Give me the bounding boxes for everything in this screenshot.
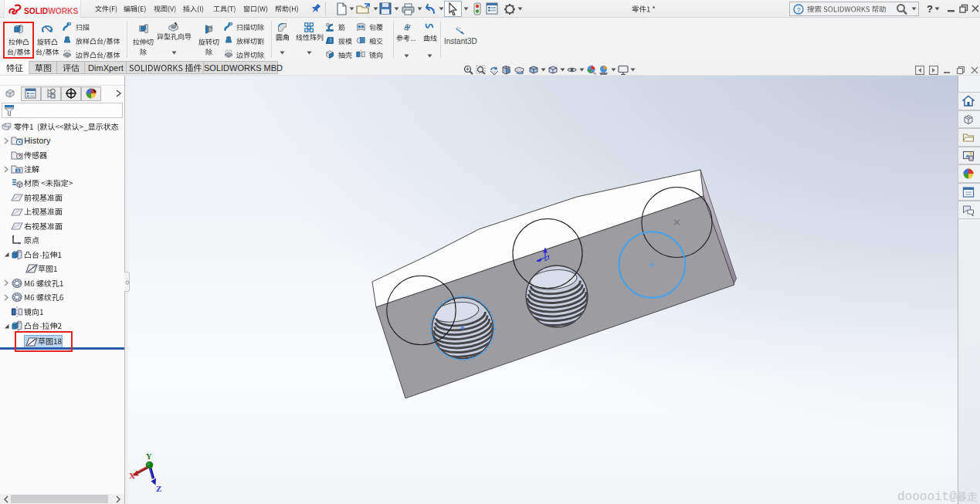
svg-text:A: A [16, 168, 19, 173]
svg-text:X: X [129, 471, 135, 480]
svg-text:Y: Y [146, 452, 152, 461]
svg-text:SOLIDWORKS: SOLIDWORKS [24, 7, 78, 15]
svg-text:Z: Z [156, 484, 161, 493]
svg-text:?: ? [796, 6, 800, 14]
